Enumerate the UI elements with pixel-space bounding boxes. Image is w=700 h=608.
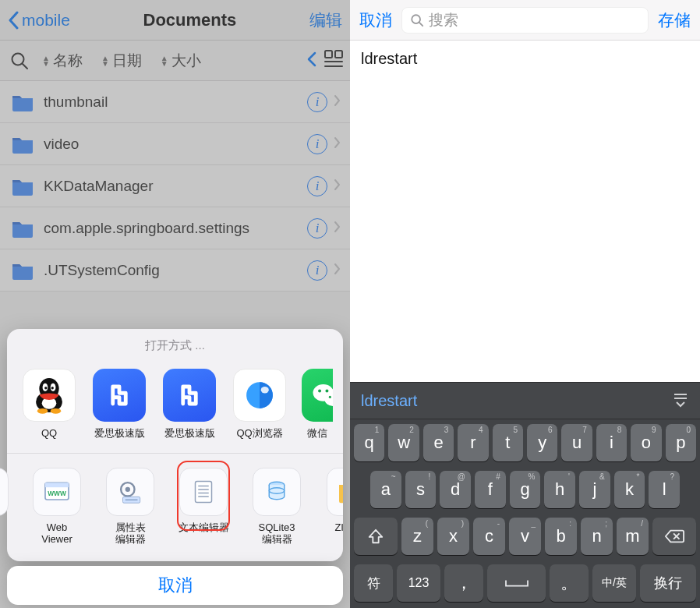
key-a[interactable]: ~a	[370, 471, 401, 508]
navbar: mobile Documents 编辑	[0, 0, 350, 41]
action-text-editor[interactable]: 文本编辑器	[174, 468, 233, 546]
key-h[interactable]: 'h	[544, 471, 575, 508]
suggestion-word[interactable]: ldrestart	[361, 392, 417, 410]
suggestion-bar[interactable]: ldrestart	[350, 382, 700, 419]
save-button[interactable]: 存储	[658, 9, 691, 31]
view-toggle-button[interactable]	[323, 49, 344, 72]
key-f[interactable]: #f	[475, 471, 506, 508]
file-row[interactable]: KKDataManager i	[0, 165, 350, 207]
key-e[interactable]: 3e	[423, 424, 454, 461]
file-row[interactable]: .UTSystemConfig i	[0, 249, 350, 292]
key-c[interactable]: -c	[473, 518, 505, 555]
sort-date[interactable]: ▲▼ 日期	[95, 51, 148, 71]
key-comma[interactable]: ，	[444, 564, 483, 602]
sort-date-label: 日期	[112, 51, 142, 71]
key-d[interactable]: @d	[440, 471, 471, 508]
search-icon[interactable]	[9, 51, 30, 71]
keyboard: ldrestart 1q 2w 3e 4r 5t 6y 7u 8i 9o 0p …	[350, 382, 700, 608]
action-web-viewer[interactable]: WWW Web Viewer	[27, 468, 87, 546]
chevron-left-icon	[8, 11, 19, 30]
aisi-icon	[163, 369, 216, 422]
file-name: thumbnail	[34, 94, 307, 111]
key-m[interactable]: /m	[617, 518, 649, 555]
sheet-cancel-button[interactable]: 取消	[7, 566, 343, 605]
svg-point-13	[37, 408, 48, 414]
action-sqlite-editor[interactable]: SQLite3 编辑器	[247, 468, 306, 546]
file-row[interactable]: video i	[0, 123, 350, 165]
kb-row-4: 符 123 ， 。 中/英 换行	[350, 560, 700, 608]
keyboard-collapse-icon[interactable]	[672, 391, 689, 411]
action-zip-browser[interactable]: ZIP浏	[320, 468, 343, 546]
key-x[interactable]: )x	[437, 518, 469, 555]
file-name: KKDataManager	[34, 178, 307, 195]
editor-body[interactable]: ldrestart	[350, 41, 700, 382]
key-j[interactable]: &j	[579, 471, 610, 508]
key-s[interactable]: !s	[405, 471, 437, 508]
edit-button[interactable]: 编辑	[309, 9, 342, 31]
action-label: Web Viewer	[27, 522, 87, 546]
qqbrowser-icon	[233, 369, 286, 422]
key-g[interactable]: %g	[510, 471, 541, 508]
chevron-right-icon	[334, 136, 350, 152]
key-symbols[interactable]: 符	[354, 564, 393, 602]
history-back-button[interactable]	[306, 51, 317, 70]
info-icon[interactable]: i	[307, 260, 327, 281]
key-o[interactable]: 9o	[631, 424, 661, 461]
file-row[interactable]: com.apple.springboard.settings i	[0, 207, 350, 249]
key-t[interactable]: 5t	[493, 424, 523, 461]
key-y[interactable]: 6y	[527, 424, 557, 461]
info-icon[interactable]: i	[307, 134, 327, 154]
action-partial-left[interactable]: 看	[0, 468, 13, 546]
svg-point-19	[318, 389, 321, 392]
app-aisi-1[interactable]: 爱思极速版	[91, 369, 147, 439]
key-z[interactable]: (z	[401, 518, 433, 555]
info-icon[interactable]: i	[307, 218, 327, 239]
app-row[interactable]: QQ 爱思极速版 爱思极速版	[7, 359, 343, 453]
app-qq[interactable]: QQ	[21, 369, 77, 439]
svg-rect-25	[45, 483, 69, 487]
svg-line-1	[23, 64, 27, 69]
key-l[interactable]: ?l	[649, 471, 680, 508]
search-field[interactable]: 搜索	[401, 7, 649, 34]
svg-rect-2	[325, 51, 332, 58]
action-plist-editor[interactable]: 属性表 编辑器	[101, 468, 160, 546]
app-wechat[interactable]: 微信	[302, 369, 333, 439]
app-aisi-2[interactable]: 爱思极速版	[161, 369, 217, 439]
cancel-button[interactable]: 取消	[359, 9, 392, 31]
key-n[interactable]: ;n	[581, 518, 613, 555]
key-b[interactable]: :b	[545, 518, 577, 555]
sort-size[interactable]: ▲▼ 大小	[154, 51, 207, 71]
key-period[interactable]: 。	[550, 564, 589, 602]
key-numbers[interactable]: 123	[397, 564, 440, 602]
back-button[interactable]: mobile	[8, 11, 70, 30]
key-q[interactable]: 1q	[354, 424, 384, 461]
key-v[interactable]: _v	[509, 518, 541, 555]
app-label: QQ浏览器	[232, 428, 288, 439]
key-k[interactable]: *k	[614, 471, 645, 508]
web-viewer-icon: WWW	[33, 468, 81, 516]
key-space[interactable]	[487, 564, 546, 602]
key-shift[interactable]	[354, 518, 398, 555]
key-enter[interactable]: 换行	[640, 564, 696, 602]
editor-text: ldrestart	[361, 50, 417, 67]
folder-icon	[11, 93, 34, 111]
action-row[interactable]: 看 WWW Web Viewer	[0, 454, 343, 557]
app-label: 爱思极速版	[161, 428, 217, 439]
key-u[interactable]: 7u	[561, 424, 592, 461]
app-qqbrowser[interactable]: QQ浏览器	[232, 369, 288, 439]
key-r[interactable]: 4r	[458, 424, 488, 461]
app-label: QQ	[21, 428, 77, 439]
key-p[interactable]: 0p	[666, 424, 696, 461]
sort-name[interactable]: ▲▼ 名称	[36, 51, 89, 71]
search-placeholder: 搜索	[429, 10, 458, 30]
file-row[interactable]: thumbnail i	[0, 81, 350, 123]
key-w[interactable]: 2w	[388, 424, 419, 461]
info-icon[interactable]: i	[307, 92, 327, 112]
file-name: com.apple.springboard.settings	[34, 220, 307, 237]
key-backspace[interactable]	[652, 518, 696, 555]
key-language[interactable]: 中/英	[592, 564, 636, 602]
chevron-right-icon	[334, 221, 350, 236]
key-i[interactable]: 8i	[596, 424, 627, 461]
info-icon[interactable]: i	[307, 176, 327, 196]
action-label: 文本编辑器	[174, 522, 233, 534]
